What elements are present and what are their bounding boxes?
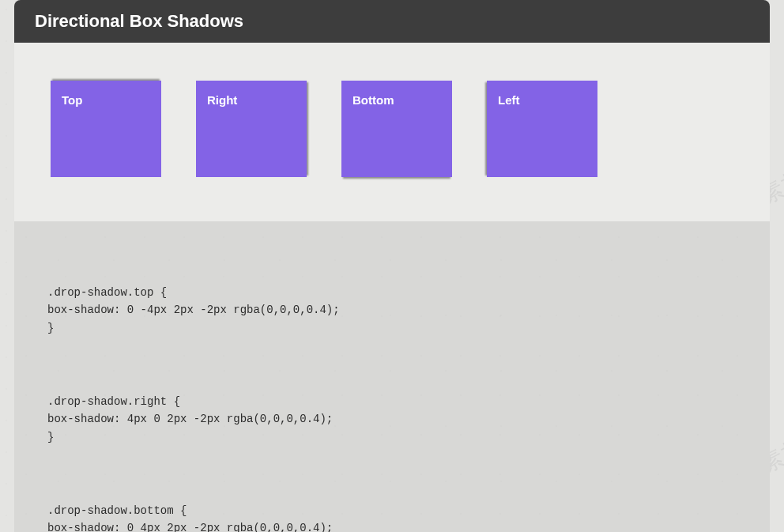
code-block-right: .drop-shadow.right { box-shadow: 4px 0 2… — [47, 393, 737, 446]
box-label: Left — [498, 93, 520, 107]
box-top: Top — [51, 81, 161, 177]
box-label: Right — [207, 93, 237, 107]
box-right: Right — [196, 81, 307, 177]
code-block-top: .drop-shadow.top { box-shadow: 0 -4px 2p… — [47, 284, 737, 337]
box-label: Top — [62, 93, 82, 107]
box-label: Bottom — [352, 93, 394, 107]
content-card: Directional Box Shadows Top Right Bottom… — [14, 0, 770, 532]
demo-area: Top Right Bottom Left — [14, 43, 770, 221]
box-left: Left — [487, 81, 597, 177]
box-bottom: Bottom — [341, 81, 452, 177]
code-area: .drop-shadow.top { box-shadow: 0 -4px 2p… — [14, 221, 770, 532]
code-block-bottom: .drop-shadow.bottom { box-shadow: 0 4px … — [47, 502, 737, 532]
section-title: Directional Box Shadows — [14, 0, 770, 43]
